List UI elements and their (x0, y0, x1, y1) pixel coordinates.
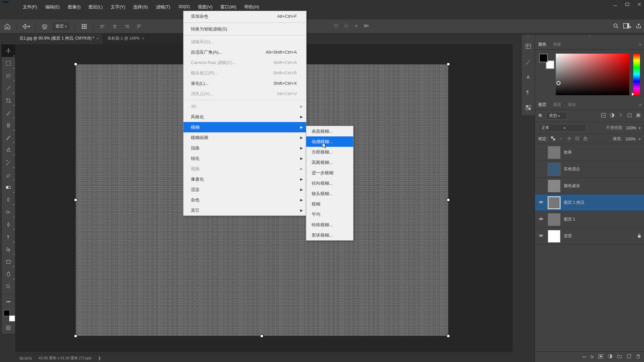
doc-info[interactable]: 42.65 厘米 x 31.33 厘米 (72 ppi) (39, 356, 91, 361)
3d-video-icon[interactable] (364, 23, 369, 29)
clone-stamp-tool[interactable] (2, 144, 15, 156)
submenu-item[interactable]: 高斯模糊... (306, 157, 353, 168)
blur-tool[interactable] (2, 193, 15, 206)
menubar-item[interactable]: 视图(V) (194, 3, 216, 11)
layer-name[interactable]: 背景 (564, 233, 572, 239)
menubar-item[interactable]: 文件(F) (19, 3, 41, 11)
brush-tool[interactable] (2, 131, 15, 144)
submenu-item[interactable]: 特殊模糊... (306, 220, 353, 230)
layer-thumbnail[interactable] (548, 180, 560, 192)
type-tool[interactable]: T (2, 231, 15, 243)
menu-item[interactable]: 像素化▶ (183, 174, 306, 184)
paragraph-panel-icon[interactable]: A (522, 69, 535, 85)
opacity-value[interactable]: 100% (626, 126, 636, 130)
layer-mask-icon[interactable] (598, 354, 603, 360)
share-icon[interactable] (636, 23, 641, 29)
transform-handle[interactable] (74, 335, 77, 338)
layer-item[interactable]: 图层 1 拷贝 (535, 194, 644, 211)
hue-slider[interactable] (633, 54, 640, 95)
home-icon[interactable] (3, 22, 12, 31)
minimize-button[interactable] (613, 2, 617, 6)
healing-brush-tool[interactable] (2, 119, 15, 131)
visibility-toggle[interactable] (538, 217, 544, 222)
filter-smart-icon[interactable] (636, 113, 641, 119)
swatches-panel-icon[interactable] (522, 100, 535, 115)
maximize-button[interactable] (625, 2, 629, 6)
close-button[interactable] (637, 2, 641, 6)
tab-layers[interactable]: 图层 (538, 101, 547, 109)
align-right-icon[interactable] (122, 22, 131, 31)
menu-item[interactable]: 锐化▶ (183, 153, 306, 164)
eraser-tool[interactable] (2, 169, 15, 181)
submenu-item[interactable]: 镜头模糊... (306, 188, 353, 199)
layer-thumbnail[interactable] (548, 146, 560, 159)
menu-item[interactable]: 液化(L)...Shift+Ctrl+X (183, 78, 306, 88)
layer-item[interactable]: 效果 (535, 144, 644, 161)
submenu-item[interactable]: 形状模糊... (306, 230, 353, 240)
filter-type-icon[interactable]: T (619, 113, 623, 119)
menubar-item[interactable]: 帮助(H) (240, 3, 263, 11)
pen-tool[interactable] (2, 218, 15, 231)
lasso-tool[interactable] (2, 69, 15, 82)
submenu-item[interactable]: 方框模糊... (306, 147, 353, 157)
layer-name[interactable]: 图层 1 (564, 217, 575, 222)
document-tab[interactable]: 未标题-1 @ 146%✕ (103, 34, 149, 44)
workspace-icon[interactable]: ▾ (623, 23, 631, 29)
layers-icon[interactable] (40, 22, 49, 31)
panel-menu-icon[interactable]: ≡ (639, 103, 641, 107)
crop-tool[interactable] (2, 94, 15, 107)
move-tool-icon[interactable]: ▾ (22, 22, 31, 31)
color-swatch[interactable] (539, 54, 552, 66)
close-icon[interactable]: ✕ (142, 37, 144, 40)
layer-item[interactable]: 颜色减淡 (535, 178, 644, 194)
transform-handle[interactable] (447, 63, 450, 66)
submenu-item[interactable]: 表面模糊... (306, 126, 353, 136)
lock-artboard-icon[interactable] (575, 136, 580, 142)
submenu-item[interactable]: 平均 (306, 209, 353, 220)
layer-name[interactable]: 图层 1 拷贝 (564, 200, 584, 205)
align-top-icon[interactable] (135, 22, 143, 31)
menu-item[interactable]: 模糊画廊▶ (183, 132, 306, 143)
3d-mode-icon[interactable] (333, 23, 339, 29)
menu-item[interactable]: 转换为智能滤镜(S) (183, 24, 306, 34)
menubar-item[interactable]: 滤镜(T) (152, 3, 174, 11)
menu-item[interactable]: 杂色▶ (183, 195, 306, 205)
menu-item[interactable]: 模糊▶ (183, 122, 306, 132)
layer-name[interactable]: 实色混合 (564, 166, 580, 172)
menu-item[interactable]: 其它▶ (183, 205, 306, 216)
filter-pixel-icon[interactable] (601, 113, 606, 119)
layer-group-icon[interactable] (617, 354, 622, 360)
search-icon[interactable]: 🔍 (538, 114, 543, 118)
menubar-item[interactable]: 图像(I) (64, 3, 85, 11)
menubar-item[interactable]: 文字(Y) (107, 3, 129, 11)
color-swatches[interactable] (2, 308, 15, 321)
hand-tool[interactable] (2, 268, 15, 280)
adjustment-layer-icon[interactable] (608, 354, 612, 360)
history-brush-tool[interactable] (2, 156, 15, 169)
character-panel-icon[interactable]: ¶ (522, 84, 535, 100)
dodge-tool[interactable] (2, 206, 15, 218)
layer-select[interactable]: 图层 ▾ (52, 22, 70, 31)
move-tool[interactable] (2, 45, 15, 57)
menu-item[interactable]: 渲染▶ (183, 184, 306, 195)
3d-pivot-icon[interactable] (343, 23, 349, 29)
menubar-item[interactable]: 窗口(W) (216, 3, 240, 11)
transform-handle[interactable] (447, 198, 450, 201)
eyedropper-tool[interactable] (2, 107, 15, 119)
menubar-item[interactable]: 3D(D) (174, 3, 194, 10)
filter-adjust-icon[interactable] (610, 113, 614, 119)
doc-info-arrow[interactable]: ❯ (98, 356, 101, 360)
lock-transparency-icon[interactable] (551, 136, 555, 142)
layer-item[interactable]: 图层 1 (535, 211, 644, 228)
zoom-tool[interactable] (2, 280, 15, 293)
lock-pixels-icon[interactable] (559, 136, 564, 142)
rectangle-tool[interactable] (2, 255, 15, 268)
filter-shape-icon[interactable] (627, 113, 632, 119)
search-icon[interactable] (613, 23, 619, 29)
menubar-item[interactable]: 编辑(E) (41, 3, 64, 11)
grid-align-icon[interactable] (80, 22, 89, 31)
tab-color[interactable]: 颜色 (538, 40, 547, 49)
panel-menu-icon[interactable]: ≡ (639, 42, 641, 47)
color-field[interactable] (556, 54, 629, 95)
marquee-tool[interactable] (2, 57, 15, 69)
